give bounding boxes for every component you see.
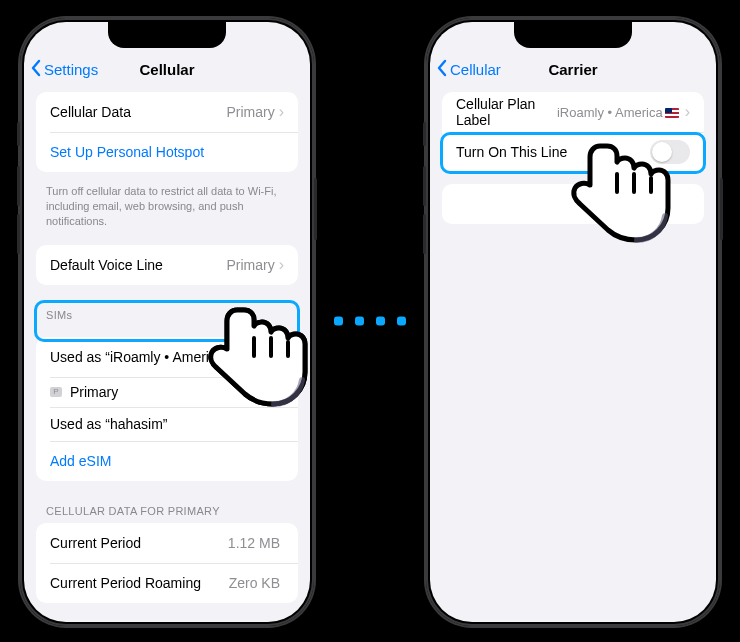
us-flag-icon xyxy=(665,108,679,118)
chevron-right-icon: › xyxy=(279,103,284,121)
dot-icon xyxy=(376,317,385,326)
dot-icon xyxy=(334,317,343,326)
chevron-right-icon: › xyxy=(279,348,284,366)
power-button xyxy=(720,178,723,240)
row-cellular-plan-label[interactable]: Cellular Plan Label iRoamly • America › xyxy=(442,92,704,132)
group-cellular-data: Cellular Data Primary › Set Up Personal … xyxy=(36,92,298,172)
chevron-right-icon: › xyxy=(685,103,690,121)
cellular-settings-content: Cellular Data Primary › Set Up Personal … xyxy=(24,88,310,618)
label: Add eSIM xyxy=(50,453,284,469)
row-current-period-roaming[interactable]: Current Period Roaming Zero KB xyxy=(36,563,298,603)
cellular-note: Turn off cellular data to restrict all d… xyxy=(24,184,310,233)
us-flag-icon xyxy=(226,353,240,363)
mute-switch xyxy=(17,122,20,146)
label: Current Period xyxy=(50,535,228,551)
label: Cellular Plan Label xyxy=(456,96,557,128)
row-personal-hotspot[interactable]: Set Up Personal Hotspot xyxy=(36,132,298,172)
chevron-left-icon xyxy=(436,59,448,80)
value: Off xyxy=(256,349,274,365)
volume-down-button xyxy=(17,214,20,254)
value: Zero KB xyxy=(229,575,280,591)
mute-switch xyxy=(423,122,426,146)
dot-icon xyxy=(397,317,406,326)
row-turn-on-this-line[interactable]: Turn On This Line xyxy=(442,132,704,172)
power-button xyxy=(314,178,317,240)
volume-up-button xyxy=(17,166,20,206)
notch xyxy=(514,22,632,48)
sim-primary-prefix: P Primary xyxy=(50,384,118,400)
row-sim-hahasim[interactable]: Used as “hahasim” xyxy=(36,407,298,441)
value: Primary xyxy=(226,104,274,120)
row-cellular-data[interactable]: Cellular Data Primary › xyxy=(36,92,298,132)
value: iRoamly • America xyxy=(557,105,681,120)
label: Set Up Personal Hotspot xyxy=(50,144,284,160)
group-empty xyxy=(442,184,704,224)
label: Current Period Roaming xyxy=(50,575,229,591)
nav-title: Cellular xyxy=(139,61,194,78)
volume-up-button xyxy=(423,166,426,206)
row-default-voice-line[interactable]: Default Voice Line Primary › xyxy=(36,245,298,285)
nav-back-label: Settings xyxy=(44,61,98,78)
nav-bar: Settings Cellular xyxy=(24,50,310,88)
iphone-frame-left: Settings Cellular Cellular Data Primary … xyxy=(20,18,314,626)
notch xyxy=(108,22,226,48)
volume-down-button xyxy=(423,214,426,254)
chevron-left-icon xyxy=(30,59,42,80)
label: Default Voice Line xyxy=(50,257,226,273)
apps-sort-bar: APPS BY USAGE SORT BY NAME xyxy=(24,615,310,618)
row-sim-iroamly[interactable]: Used as “iRoamly • America” Off › xyxy=(36,337,298,377)
label: Used as “iRoamly • America” xyxy=(50,349,256,365)
value: 1.12 MB xyxy=(228,535,280,551)
nav-title: Carrier xyxy=(548,61,597,78)
turn-on-line-toggle[interactable] xyxy=(650,140,690,164)
value: Primary xyxy=(226,257,274,273)
nav-back-label: Cellular xyxy=(450,61,501,78)
row-sim-primary-header: P Primary xyxy=(36,377,298,407)
label: Used as “hahasim” xyxy=(50,416,284,432)
dot-icon xyxy=(355,317,364,326)
screen-right: Cellular Carrier Cellular Plan Label iRo… xyxy=(430,22,716,622)
iphone-frame-right: Cellular Carrier Cellular Plan Label iRo… xyxy=(426,18,720,626)
nav-back-button[interactable]: Settings xyxy=(30,59,98,80)
label: Turn On This Line xyxy=(456,144,650,160)
screen-left: Settings Cellular Cellular Data Primary … xyxy=(24,22,310,622)
group-sims: Used as “iRoamly • America” Off › P Prim… xyxy=(36,337,298,481)
cellular-data-primary-header: CELLULAR DATA FOR PRIMARY xyxy=(24,493,310,521)
chevron-right-icon: › xyxy=(279,256,284,274)
group-data-usage: Current Period 1.12 MB Current Period Ro… xyxy=(36,523,298,603)
sim-chip-icon: P xyxy=(50,387,62,397)
toggle-knob xyxy=(652,142,672,162)
group-voice-line: Default Voice Line Primary › xyxy=(36,245,298,285)
row-add-esim[interactable]: Add eSIM xyxy=(36,441,298,481)
group-plan: Cellular Plan Label iRoamly • America › … xyxy=(442,92,704,172)
row-current-period[interactable]: Current Period 1.12 MB xyxy=(36,523,298,563)
label: Cellular Data xyxy=(50,104,226,120)
carrier-settings-content: Cellular Plan Label iRoamly • America › … xyxy=(430,88,716,618)
sims-header: SIMs xyxy=(24,297,310,325)
nav-back-button[interactable]: Cellular xyxy=(436,59,501,80)
progress-dots xyxy=(334,317,406,326)
nav-bar: Cellular Carrier xyxy=(430,50,716,88)
